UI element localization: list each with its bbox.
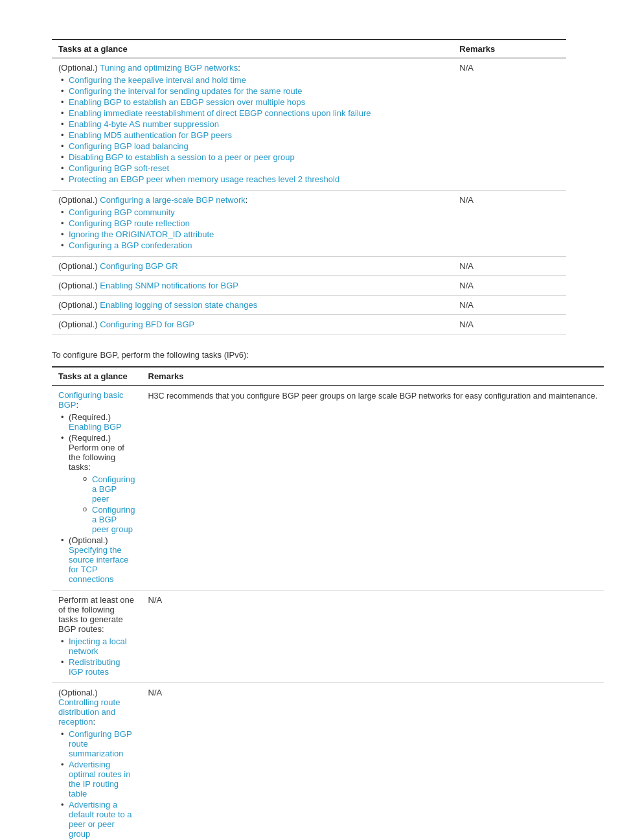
optional-label: (Optional.) bbox=[58, 688, 98, 697]
link-advertising-optimal[interactable]: Advertising optimal routes in the IP rou… bbox=[69, 760, 130, 799]
remarks-cell: N/A bbox=[142, 683, 604, 841]
link-load-balance[interactable]: Configuring BGP load balancing bbox=[69, 141, 189, 151]
optional-label: (Optional.) bbox=[58, 281, 100, 290]
link-tuning[interactable]: Tuning and optimizing BGP networks bbox=[100, 63, 238, 73]
link-originator-id[interactable]: Ignoring the ORIGINATOR_ID attribute bbox=[69, 229, 214, 239]
table-row: (Optional.) Tuning and optimizing BGP ne… bbox=[52, 58, 566, 191]
remarks-cell: H3C recommends that you configure BGP pe… bbox=[142, 386, 604, 590]
remarks-cell: N/A bbox=[453, 315, 566, 334]
task-cell: (Optional.) Configuring BGP GR bbox=[52, 257, 453, 276]
list-item: Injecting a local network bbox=[58, 636, 135, 656]
required-label: (Required.) bbox=[69, 412, 111, 422]
link-controlling-route[interactable]: Controlling route distribution and recep… bbox=[58, 697, 120, 727]
link-interval-updates[interactable]: Configuring the interval for sending upd… bbox=[69, 86, 303, 96]
table-row: Configuring basic BGP: (Required.) Enabl… bbox=[52, 386, 604, 590]
link-logging-session[interactable]: Enabling logging of session state change… bbox=[100, 300, 257, 310]
perform-one-text: Perform one of the following tasks: bbox=[69, 443, 124, 472]
perform-least-text: Perform at least one of the following ta… bbox=[58, 595, 134, 634]
ipv6-intro: To configure BGP, perform the following … bbox=[52, 350, 566, 360]
task-cell: (Optional.) Configuring BFD for BGP bbox=[52, 315, 453, 334]
task-cell: (Optional.) Controlling route distributi… bbox=[52, 683, 142, 841]
table-row: (Optional.) Controlling route distributi… bbox=[52, 683, 604, 841]
link-protecting-ebgp[interactable]: Protecting an EBGP peer when memory usag… bbox=[69, 174, 339, 184]
list-item: (Required.) Perform one of the following… bbox=[58, 433, 135, 534]
task-cell: Configuring basic BGP: (Required.) Enabl… bbox=[52, 386, 142, 590]
link-enabling-bgp[interactable]: Enabling BGP bbox=[69, 422, 122, 432]
table2-header-tasks: Tasks at a glance bbox=[52, 367, 142, 386]
tasks-table-1: Tasks at a glance Remarks (Optional.) Tu… bbox=[52, 39, 566, 334]
task-cell: Perform at least one of the following ta… bbox=[52, 590, 142, 683]
list-item: Ignoring the ORIGINATOR_ID attribute bbox=[58, 229, 446, 239]
link-confederation[interactable]: Configuring a BGP confederation bbox=[69, 240, 192, 250]
link-route-summ[interactable]: Configuring BGP route summarization bbox=[69, 729, 132, 758]
remarks-cell: N/A bbox=[142, 590, 604, 683]
task-cell: (Optional.) Enabling logging of session … bbox=[52, 296, 453, 315]
link-bgp-peer-group[interactable]: Configuring a BGP peer group bbox=[92, 505, 135, 534]
optional-label: (Optional.) bbox=[69, 535, 108, 545]
remarks-text-basic: H3C recommends that you configure BGP pe… bbox=[148, 391, 598, 401]
list-item: Configuring a BGP peer group bbox=[82, 505, 135, 534]
link-md5[interactable]: Enabling MD5 authentication for BGP peer… bbox=[69, 130, 232, 140]
optional-label: (Optional.) bbox=[58, 261, 100, 271]
table-row: (Optional.) Enabling logging of session … bbox=[52, 296, 566, 315]
link-bgp-gr[interactable]: Configuring BGP GR bbox=[100, 261, 177, 271]
link-route-reflection[interactable]: Configuring BGP route reflection bbox=[69, 218, 190, 228]
link-community[interactable]: Configuring BGP community bbox=[69, 207, 175, 217]
list-item: (Required.) Enabling BGP bbox=[58, 412, 135, 432]
list-item: Configuring a BGP confederation bbox=[58, 240, 446, 250]
list-item: Enabling BGP to establish an EBGP sessio… bbox=[58, 97, 446, 107]
list-item: Configuring BGP load balancing bbox=[58, 141, 446, 151]
table-row: (Optional.) Configuring BFD for BGP N/A bbox=[52, 315, 566, 334]
table2-header-remarks: Remarks bbox=[142, 367, 604, 386]
link-large-scale[interactable]: Configuring a large-scale BGP network bbox=[100, 195, 246, 205]
list-item: Enabling 4-byte AS number suppression bbox=[58, 119, 446, 129]
remarks-cell: N/A bbox=[453, 58, 566, 191]
list-item: Configuring the interval for sending upd… bbox=[58, 86, 446, 96]
link-snmp[interactable]: Enabling SNMP notifications for BGP bbox=[100, 281, 238, 290]
table1-header-tasks: Tasks at a glance bbox=[52, 40, 453, 58]
table-row: (Optional.) Configuring BGP GR N/A bbox=[52, 257, 566, 276]
link-keepalive[interactable]: Configuring the keepalive interval and h… bbox=[69, 75, 246, 85]
table1-header-remarks: Remarks bbox=[453, 40, 566, 58]
link-configuring-basic[interactable]: Configuring basic BGP bbox=[58, 390, 123, 410]
list-item: Advertising a default route to a peer or… bbox=[58, 800, 135, 839]
required-label: (Required.) bbox=[69, 433, 111, 443]
optional-label: (Optional.) bbox=[58, 300, 100, 310]
list-item: Disabling BGP to establish a session to … bbox=[58, 152, 446, 162]
table-row: (Optional.) Enabling SNMP notifications … bbox=[52, 276, 566, 296]
link-bfd[interactable]: Configuring BFD for BGP bbox=[100, 320, 194, 329]
link-disabling-bgp[interactable]: Disabling BGP to establish a session to … bbox=[69, 152, 295, 162]
table-row: Perform at least one of the following ta… bbox=[52, 590, 604, 683]
task-cell: (Optional.) Tuning and optimizing BGP ne… bbox=[52, 58, 453, 191]
task-cell: (Optional.) Configuring a large-scale BG… bbox=[52, 191, 453, 257]
list-item: Configuring a BGP peer bbox=[82, 474, 135, 504]
list-item: Configuring the keepalive interval and h… bbox=[58, 75, 446, 85]
link-immediate[interactable]: Enabling immediate reestablishment of di… bbox=[69, 108, 371, 118]
list-item: Protecting an EBGP peer when memory usag… bbox=[58, 174, 446, 184]
link-4byte-as[interactable]: Enabling 4-byte AS number suppression bbox=[69, 119, 219, 129]
list-item: Configuring BGP route reflection bbox=[58, 218, 446, 228]
list-item: Enabling immediate reestablishment of di… bbox=[58, 108, 446, 118]
list-item: (Optional.) Specifying the source interf… bbox=[58, 535, 135, 584]
link-injecting-local[interactable]: Injecting a local network bbox=[69, 636, 127, 656]
list-item: Redistributing IGP routes bbox=[58, 657, 135, 677]
link-redistributing-igp[interactable]: Redistributing IGP routes bbox=[69, 657, 120, 677]
list-item: Configuring BGP community bbox=[58, 207, 446, 217]
link-advertising-default[interactable]: Advertising a default route to a peer or… bbox=[69, 800, 132, 839]
optional-label: (Optional.) bbox=[58, 320, 100, 329]
remarks-cell: N/A bbox=[453, 257, 566, 276]
link-source-interface[interactable]: Specifying the source interface for TCP … bbox=[69, 545, 129, 584]
table-row: (Optional.) Configuring a large-scale BG… bbox=[52, 191, 566, 257]
tasks-table-2: Tasks at a glance Remarks Configuring ba… bbox=[52, 366, 604, 840]
list-item: Advertising optimal routes in the IP rou… bbox=[58, 760, 135, 799]
link-bgp-peer[interactable]: Configuring a BGP peer bbox=[92, 474, 135, 504]
list-item: Configuring BGP route summarization bbox=[58, 729, 135, 758]
link-soft-reset[interactable]: Configuring BGP soft-reset bbox=[69, 163, 169, 173]
optional-label: (Optional.) bbox=[58, 63, 100, 73]
task-cell: (Optional.) Enabling SNMP notifications … bbox=[52, 276, 453, 296]
list-item: Enabling MD5 authentication for BGP peer… bbox=[58, 130, 446, 140]
remarks-cell: N/A bbox=[453, 296, 566, 315]
link-ebgp-session[interactable]: Enabling BGP to establish an EBGP sessio… bbox=[69, 97, 305, 107]
list-item: Configuring BGP soft-reset bbox=[58, 163, 446, 173]
remarks-cell: N/A bbox=[453, 191, 566, 257]
